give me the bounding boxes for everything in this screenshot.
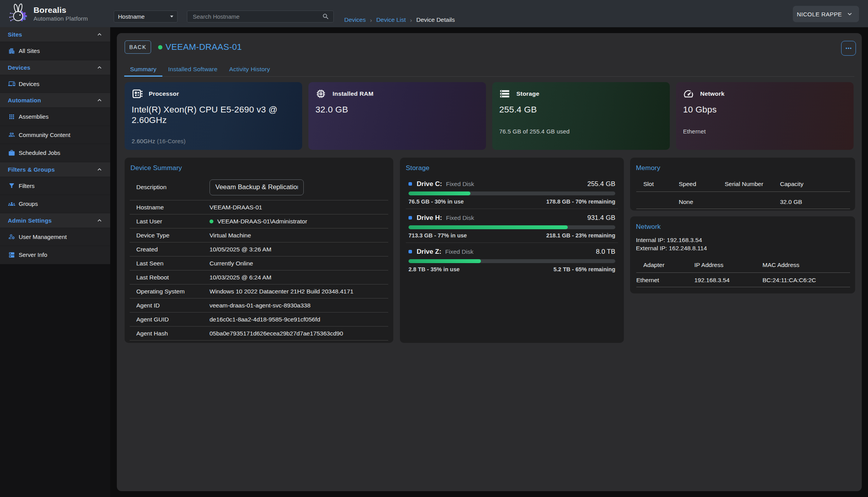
- drive-used-label: 713.3 GB - 77% in use: [408, 232, 467, 239]
- drive-size: 255.4 GB: [587, 180, 615, 188]
- drive-name: Drive Z:: [417, 248, 441, 256]
- summary-row-created: Created 10/05/2025 @ 3:26 AM: [130, 242, 388, 256]
- memory-row: None 32.0 GB: [636, 192, 850, 209]
- processor-chip-icon: [132, 88, 143, 99]
- sidebar-menu: Sites All Sites Devices Devices Automati…: [0, 27, 110, 264]
- memory-panel-title: Memory: [636, 164, 660, 172]
- summary-row-device-type: Device Type Virtual Machine: [130, 228, 388, 242]
- row-value: 10/05/2025 @ 3:26 AM: [210, 246, 271, 253]
- memory-serial-value: [725, 192, 780, 209]
- breadcrumb-device-list[interactable]: Device List: [376, 16, 406, 23]
- network-value: 10 Gbps: [683, 104, 847, 115]
- filter-funnel-icon: [8, 182, 15, 189]
- network-mac-value: BC:24:11:CA:C6:2C: [762, 273, 850, 287]
- storage-panel-title: Storage: [406, 164, 430, 172]
- top-bar: Borealis Automation Platform Hostname De…: [0, 0, 868, 27]
- network-table: Adapter IP Address MAC Address Ethernet …: [636, 262, 850, 287]
- storage-stack-icon: [499, 88, 510, 99]
- sidebar-section-sites[interactable]: Sites: [0, 27, 110, 42]
- summary-row-last-user: Last User VEEAM-DRAAS-01\Administrator: [130, 214, 388, 228]
- sidebar-item-community-content[interactable]: Community Content: [0, 126, 110, 144]
- sidebar-item-label: Devices: [19, 81, 39, 87]
- sidebar-item-user-management[interactable]: User Management: [0, 228, 110, 246]
- sidebar: Sites All Sites Devices Devices Automati…: [0, 27, 110, 497]
- drive-remaining-label: 178.8 GB - 70% remaining: [546, 198, 615, 205]
- server-icon: [8, 251, 15, 258]
- row-label: Operating System: [130, 288, 210, 295]
- summary-row-agent-id: Agent ID veeam-draas-01-agent-svc-8930a3…: [130, 299, 388, 313]
- sidebar-item-label: Community Content: [19, 132, 70, 138]
- drive-type: Fixed Disk: [446, 181, 474, 188]
- row-value: VEEAM-DRAAS-01: [210, 204, 262, 211]
- row-label: Agent GUID: [130, 316, 210, 323]
- memory-col-speed: Speed: [679, 181, 725, 192]
- sidebar-item-label: Scheduled Jobs: [19, 149, 60, 156]
- sidebar-item-label: All Sites: [19, 47, 40, 54]
- card-label: Installed RAM: [333, 90, 373, 97]
- row-label: Last Reboot: [130, 274, 210, 281]
- chevron-up-icon: [96, 64, 103, 71]
- user-gear-icon: [8, 233, 15, 240]
- summary-row-hostname: Hostname VEEAM-DRAAS-01: [130, 200, 388, 214]
- divider: [406, 209, 618, 209]
- brand-subtitle: Automation Platform: [33, 15, 88, 22]
- row-value: 05ba0e7935171d626ecea29b27d7ae175363cd90: [210, 330, 343, 337]
- search-icon: [322, 13, 329, 20]
- breadcrumb-current: Device Details: [416, 16, 455, 23]
- sidebar-section-automation[interactable]: Automation: [0, 93, 110, 108]
- row-label: Device Type: [130, 232, 210, 239]
- sidebar-item-devices[interactable]: Devices: [0, 75, 110, 93]
- row-value: de16c0c1-8aa2-4d18-9585-9ce91cf056fd: [210, 316, 320, 323]
- sidebar-item-filters[interactable]: Filters: [0, 177, 110, 195]
- network-col-adapter: Adapter: [636, 262, 694, 273]
- row-label: Agent Hash: [130, 330, 210, 337]
- building-icon: [8, 47, 15, 54]
- brand-text: Borealis Automation Platform: [33, 5, 88, 21]
- drive-size: 8.0 TB: [596, 248, 615, 256]
- summary-row-os: Operating System Windows 10 2022 Datacen…: [130, 285, 388, 299]
- select-caret-icon: [170, 16, 173, 18]
- main-area: BACK VEEAM-DRAAS-01 Summary Installed So…: [110, 27, 868, 497]
- tab-summary[interactable]: Summary: [124, 62, 162, 76]
- hostname-filter-select[interactable]: Hostname: [114, 11, 178, 23]
- more-actions-button[interactable]: [841, 41, 856, 56]
- drive-usage-bar: [408, 191, 615, 195]
- breadcrumb-separator-icon: ›: [370, 17, 372, 23]
- sidebar-section-filters-groups[interactable]: Filters & Groups: [0, 162, 110, 177]
- hostname-filter-value: Hostname: [118, 13, 170, 20]
- sidebar-item-all-sites[interactable]: All Sites: [0, 42, 110, 60]
- memory-table: Slot Speed Serial Number Capacity None: [636, 181, 850, 209]
- tab-installed-software[interactable]: Installed Software: [162, 62, 224, 76]
- summary-row-agent-guid: Agent GUID de16c0c1-8aa2-4d18-9585-9ce91…: [130, 313, 388, 327]
- back-button[interactable]: BACK: [125, 40, 151, 54]
- sidebar-item-groups[interactable]: Groups: [0, 195, 110, 213]
- storage-usage: 76.5 GB of 255.4 GB used: [499, 128, 570, 135]
- chevron-up-icon: [96, 31, 103, 38]
- drive-remaining-label: 5.2 TB - 65% remaining: [553, 266, 615, 272]
- sidebar-section-label: Admin Settings: [8, 217, 96, 224]
- network-panel-title: Network: [636, 223, 661, 231]
- internal-ip: Internal IP: 192.168.3.54: [636, 236, 707, 244]
- sidebar-section-admin-settings[interactable]: Admin Settings: [0, 213, 110, 228]
- card-label: Network: [700, 90, 725, 97]
- card-label: Storage: [516, 90, 539, 97]
- tab-activity-history[interactable]: Activity History: [224, 62, 276, 76]
- description-input[interactable]: [210, 179, 304, 195]
- drive-bullet-icon: [408, 216, 412, 220]
- borealis-rabbit-logo-icon: [9, 3, 29, 25]
- breadcrumb-devices[interactable]: Devices: [344, 16, 366, 23]
- memory-col-capacity: Capacity: [780, 181, 850, 192]
- search-input[interactable]: [193, 13, 322, 20]
- network-card: Network 10 Gbps Ethernet: [676, 82, 854, 150]
- ram-card: Installed RAM 32.0 GB: [308, 82, 486, 150]
- sidebar-item-assemblies[interactable]: Assemblies: [0, 108, 110, 126]
- user-menu-button[interactable]: NICOLE RAPPE: [793, 6, 859, 22]
- breadcrumb: Devices › Device List › Device Details: [344, 16, 455, 23]
- sidebar-item-scheduled-jobs[interactable]: Scheduled Jobs: [0, 144, 110, 162]
- sidebar-item-server-info[interactable]: Server Info: [0, 246, 110, 264]
- sidebar-section-label: Devices: [8, 64, 96, 71]
- card-label: Processor: [149, 90, 179, 97]
- sidebar-item-label: Assemblies: [19, 113, 49, 120]
- sidebar-section-devices[interactable]: Devices: [0, 60, 110, 75]
- row-value: Virtual Machine: [210, 232, 251, 239]
